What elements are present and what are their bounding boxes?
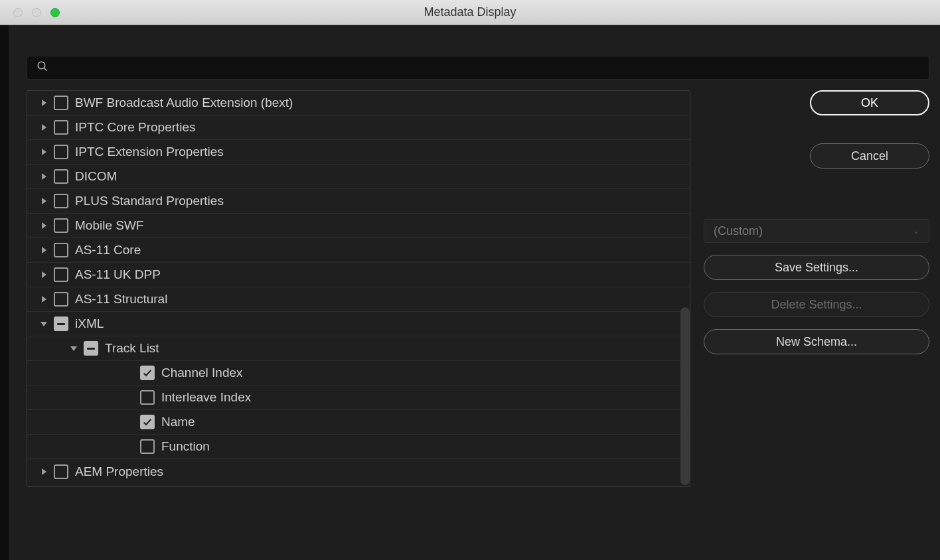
tree-row[interactable]: AS-11 Structural [27, 287, 690, 312]
svg-line-1 [44, 68, 47, 71]
tree-row-label: iXML [75, 316, 104, 331]
chevron-right-icon[interactable] [34, 149, 54, 155]
content-wrap: BWF Broadcast Audio Extension (bext)IPTC… [0, 25, 940, 560]
window-controls [13, 8, 60, 17]
chevron-right-icon[interactable] [34, 173, 54, 180]
chevron-right-icon[interactable] [34, 198, 54, 204]
chevron-down-icon[interactable] [34, 322, 54, 326]
checkbox[interactable] [140, 415, 155, 429]
tree-row[interactable]: Mobile SWF [27, 214, 690, 238]
tree-row[interactable]: DICOM [27, 165, 690, 189]
tree-row[interactable]: AEM Properties [27, 459, 690, 484]
save-settings-button[interactable]: Save Settings... [704, 255, 929, 280]
window-minimize-button[interactable] [32, 8, 41, 17]
tree-row-label: Mobile SWF [75, 218, 143, 233]
tree-row[interactable]: AS-11 UK DPP [27, 263, 690, 287]
chevron-right-icon[interactable] [34, 247, 54, 253]
chevron-right-icon[interactable] [34, 271, 54, 278]
tree-row-label: AS-11 Structural [75, 292, 167, 307]
tree-row-label: Channel Index [161, 366, 243, 380]
tree-row[interactable]: Interleave Index [27, 385, 690, 410]
tree-row-label: PLUS Standard Properties [75, 194, 224, 208]
checkbox[interactable] [84, 341, 98, 356]
chevron-right-icon[interactable] [34, 468, 54, 475]
schema-tree-column: BWF Broadcast Audio Extension (bext)IPTC… [27, 56, 690, 547]
preset-dropdown-label: (Custom) [714, 224, 763, 238]
tree-row-label: Interleave Index [161, 390, 251, 405]
checkbox[interactable] [140, 439, 155, 454]
checkbox[interactable] [54, 464, 68, 479]
tree-row[interactable]: AS-11 Core [27, 238, 690, 263]
schema-tree[interactable]: BWF Broadcast Audio Extension (bext)IPTC… [27, 91, 690, 486]
chevron-down-icon: ⌄ [913, 226, 919, 236]
tree-row-label: AS-11 Core [75, 243, 141, 257]
schema-tree-panel: BWF Broadcast Audio Extension (bext)IPTC… [27, 90, 690, 487]
tree-row-label: Function [161, 439, 210, 454]
tree-row[interactable]: PLUS Standard Properties [27, 189, 690, 214]
titlebar: Metadata Display [0, 0, 940, 25]
checkbox[interactable] [54, 169, 68, 184]
checkbox[interactable] [54, 316, 68, 331]
tree-row[interactable]: Channel Index [27, 361, 690, 385]
chevron-right-icon[interactable] [34, 296, 54, 303]
tree-row[interactable]: IPTC Core Properties [27, 115, 690, 140]
checkbox[interactable] [54, 292, 68, 307]
chevron-down-icon[interactable] [64, 346, 84, 351]
svg-point-0 [38, 62, 45, 69]
tree-row-label: AEM Properties [75, 464, 163, 479]
tree-row[interactable]: Track List [27, 336, 690, 361]
chevron-right-icon[interactable] [34, 100, 54, 106]
delete-settings-button: Delete Settings... [704, 292, 929, 317]
tree-row[interactable]: iXML [27, 312, 690, 336]
dialog-body: BWF Broadcast Audio Extension (bext)IPTC… [0, 25, 940, 560]
tree-row[interactable]: BWF Broadcast Audio Extension (bext) [27, 91, 690, 115]
checkbox[interactable] [54, 96, 68, 110]
search-icon [37, 60, 48, 75]
tree-row-label: IPTC Core Properties [75, 120, 196, 135]
tree-row-label: DICOM [75, 169, 117, 184]
cancel-button[interactable]: Cancel [810, 143, 929, 169]
checkbox[interactable] [54, 145, 68, 159]
window-close-button[interactable] [13, 8, 23, 17]
window-title: Metadata Display [0, 5, 940, 19]
tree-row-label: Name [161, 415, 195, 429]
chevron-right-icon[interactable] [34, 222, 54, 229]
action-column: OK Cancel (Custom) ⌄ Save Settings... De… [704, 56, 929, 547]
chevron-right-icon[interactable] [34, 124, 54, 131]
tree-row[interactable]: IPTC Extension Properties [27, 140, 690, 165]
tree-row-label: IPTC Extension Properties [75, 145, 224, 159]
checkbox[interactable] [54, 243, 68, 257]
checkbox[interactable] [140, 366, 155, 380]
tree-row[interactable]: Function [27, 435, 690, 459]
checkbox[interactable] [54, 120, 68, 135]
preset-dropdown[interactable]: (Custom) ⌄ [704, 219, 929, 243]
metadata-display-dialog: Metadata Display BWF Broadcast Audio Ext… [0, 0, 940, 560]
checkbox[interactable] [54, 194, 68, 208]
tree-row-label: AS-11 UK DPP [75, 267, 161, 282]
search-input[interactable] [55, 62, 919, 74]
scrollbar-thumb[interactable] [680, 307, 690, 485]
tree-row-label: Track List [105, 341, 159, 356]
checkbox[interactable] [140, 390, 155, 405]
new-schema-button[interactable]: New Schema... [704, 329, 929, 354]
window-zoom-button[interactable] [50, 8, 60, 17]
checkbox[interactable] [54, 267, 68, 282]
tree-row[interactable]: Name [27, 410, 690, 435]
checkbox[interactable] [54, 218, 68, 233]
search-bar[interactable] [27, 56, 929, 80]
ok-button[interactable]: OK [810, 90, 929, 115]
tree-row-label: BWF Broadcast Audio Extension (bext) [75, 96, 293, 110]
